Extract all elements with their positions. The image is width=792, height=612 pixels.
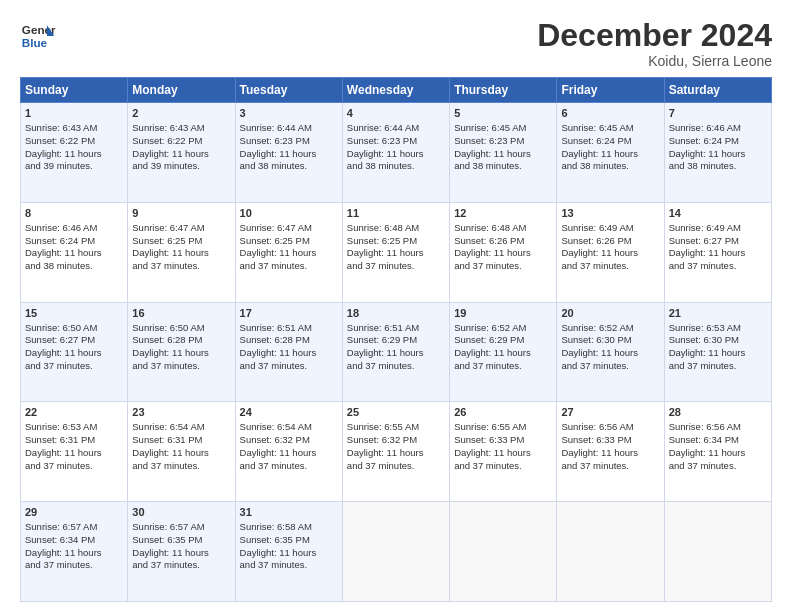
- calendar-cell: 29Sunrise: 6:57 AMSunset: 6:34 PMDayligh…: [21, 502, 128, 602]
- day-info-line: Sunrise: 6:45 AM: [561, 122, 659, 135]
- col-header-friday: Friday: [557, 78, 664, 103]
- day-info-line: and 37 minutes.: [132, 360, 230, 373]
- day-info-line: Daylight: 11 hours: [25, 347, 123, 360]
- day-info-line: Daylight: 11 hours: [25, 247, 123, 260]
- day-info-line: Sunset: 6:28 PM: [240, 334, 338, 347]
- day-number: 24: [240, 405, 338, 420]
- day-info-line: and 37 minutes.: [240, 360, 338, 373]
- day-info-line: Sunrise: 6:53 AM: [669, 322, 767, 335]
- calendar-cell: 31Sunrise: 6:58 AMSunset: 6:35 PMDayligh…: [235, 502, 342, 602]
- day-info-line: and 37 minutes.: [347, 260, 445, 273]
- day-number: 21: [669, 306, 767, 321]
- col-header-thursday: Thursday: [450, 78, 557, 103]
- day-info-line: Sunrise: 6:43 AM: [25, 122, 123, 135]
- day-info-line: Sunrise: 6:55 AM: [454, 421, 552, 434]
- day-info-line: Sunrise: 6:58 AM: [240, 521, 338, 534]
- day-number: 17: [240, 306, 338, 321]
- day-info-line: Sunset: 6:32 PM: [240, 434, 338, 447]
- day-info-line: and 37 minutes.: [669, 260, 767, 273]
- day-info-line: Sunset: 6:34 PM: [669, 434, 767, 447]
- day-info-line: Daylight: 11 hours: [132, 447, 230, 460]
- day-info-line: Sunrise: 6:46 AM: [25, 222, 123, 235]
- day-info-line: Daylight: 11 hours: [454, 148, 552, 161]
- day-info-line: Daylight: 11 hours: [454, 347, 552, 360]
- day-info-line: Daylight: 11 hours: [240, 148, 338, 161]
- calendar-cell: 25Sunrise: 6:55 AMSunset: 6:32 PMDayligh…: [342, 402, 449, 502]
- day-info-line: and 37 minutes.: [561, 260, 659, 273]
- day-number: 5: [454, 106, 552, 121]
- calendar-page: General Blue December 2024 Koidu, Sierra…: [0, 0, 792, 612]
- day-number: 18: [347, 306, 445, 321]
- day-info-line: Sunrise: 6:56 AM: [561, 421, 659, 434]
- day-info-line: Sunrise: 6:44 AM: [240, 122, 338, 135]
- day-info-line: Daylight: 11 hours: [454, 447, 552, 460]
- day-info-line: Sunrise: 6:43 AM: [132, 122, 230, 135]
- col-header-sunday: Sunday: [21, 78, 128, 103]
- week-row-1: 8Sunrise: 6:46 AMSunset: 6:24 PMDaylight…: [21, 202, 772, 302]
- day-info-line: Sunset: 6:24 PM: [669, 135, 767, 148]
- day-info-line: Sunset: 6:35 PM: [132, 534, 230, 547]
- day-number: 22: [25, 405, 123, 420]
- day-info-line: Daylight: 11 hours: [132, 247, 230, 260]
- day-info-line: Sunrise: 6:48 AM: [454, 222, 552, 235]
- calendar-cell: 1Sunrise: 6:43 AMSunset: 6:22 PMDaylight…: [21, 103, 128, 203]
- calendar-cell: 8Sunrise: 6:46 AMSunset: 6:24 PMDaylight…: [21, 202, 128, 302]
- day-number: 19: [454, 306, 552, 321]
- week-row-2: 15Sunrise: 6:50 AMSunset: 6:27 PMDayligh…: [21, 302, 772, 402]
- day-info-line: Sunset: 6:22 PM: [132, 135, 230, 148]
- day-info-line: Sunset: 6:26 PM: [454, 235, 552, 248]
- day-info-line: Daylight: 11 hours: [25, 547, 123, 560]
- day-info-line: Sunrise: 6:44 AM: [347, 122, 445, 135]
- day-info-line: Daylight: 11 hours: [240, 447, 338, 460]
- day-info-line: and 37 minutes.: [669, 360, 767, 373]
- day-info-line: Daylight: 11 hours: [240, 547, 338, 560]
- day-info-line: Sunset: 6:28 PM: [132, 334, 230, 347]
- day-info-line: Sunrise: 6:47 AM: [240, 222, 338, 235]
- day-info-line: Sunset: 6:26 PM: [561, 235, 659, 248]
- day-info-line: Sunset: 6:24 PM: [25, 235, 123, 248]
- svg-text:Blue: Blue: [22, 36, 48, 49]
- calendar-cell: 20Sunrise: 6:52 AMSunset: 6:30 PMDayligh…: [557, 302, 664, 402]
- day-info-line: and 38 minutes.: [240, 160, 338, 173]
- calendar-cell: 21Sunrise: 6:53 AMSunset: 6:30 PMDayligh…: [664, 302, 771, 402]
- day-info-line: Daylight: 11 hours: [240, 347, 338, 360]
- day-number: 28: [669, 405, 767, 420]
- calendar-cell: [450, 502, 557, 602]
- day-info-line: Sunrise: 6:55 AM: [347, 421, 445, 434]
- day-info-line: Daylight: 11 hours: [561, 347, 659, 360]
- day-info-line: and 37 minutes.: [132, 260, 230, 273]
- day-number: 15: [25, 306, 123, 321]
- day-info-line: Daylight: 11 hours: [132, 347, 230, 360]
- day-number: 16: [132, 306, 230, 321]
- day-info-line: and 38 minutes.: [347, 160, 445, 173]
- day-info-line: Daylight: 11 hours: [561, 148, 659, 161]
- day-info-line: Sunset: 6:33 PM: [454, 434, 552, 447]
- day-info-line: and 37 minutes.: [25, 460, 123, 473]
- day-info-line: Sunrise: 6:56 AM: [669, 421, 767, 434]
- day-info-line: and 37 minutes.: [561, 360, 659, 373]
- calendar-cell: 7Sunrise: 6:46 AMSunset: 6:24 PMDaylight…: [664, 103, 771, 203]
- day-info-line: Sunset: 6:33 PM: [561, 434, 659, 447]
- day-number: 7: [669, 106, 767, 121]
- day-info-line: Sunset: 6:27 PM: [25, 334, 123, 347]
- day-info-line: Sunset: 6:30 PM: [561, 334, 659, 347]
- day-number: 29: [25, 505, 123, 520]
- day-info-line: and 37 minutes.: [240, 260, 338, 273]
- calendar-cell: [557, 502, 664, 602]
- day-info-line: and 39 minutes.: [25, 160, 123, 173]
- day-info-line: Sunset: 6:30 PM: [669, 334, 767, 347]
- day-info-line: Sunrise: 6:50 AM: [25, 322, 123, 335]
- day-info-line: Daylight: 11 hours: [669, 247, 767, 260]
- day-info-line: Sunrise: 6:53 AM: [25, 421, 123, 434]
- day-info-line: Sunrise: 6:51 AM: [347, 322, 445, 335]
- day-info-line: Daylight: 11 hours: [669, 347, 767, 360]
- day-info-line: Daylight: 11 hours: [25, 447, 123, 460]
- day-number: 3: [240, 106, 338, 121]
- calendar-cell: [342, 502, 449, 602]
- day-info-line: Daylight: 11 hours: [347, 247, 445, 260]
- day-info-line: Sunrise: 6:57 AM: [25, 521, 123, 534]
- calendar-cell: 26Sunrise: 6:55 AMSunset: 6:33 PMDayligh…: [450, 402, 557, 502]
- day-info-line: Sunset: 6:35 PM: [240, 534, 338, 547]
- day-info-line: Sunset: 6:31 PM: [132, 434, 230, 447]
- day-number: 27: [561, 405, 659, 420]
